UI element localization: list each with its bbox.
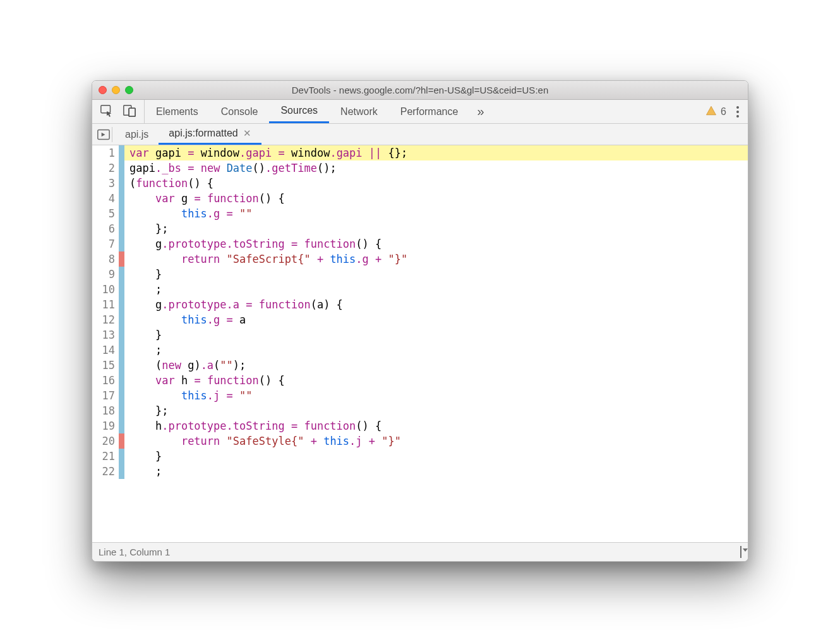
warnings-badge[interactable]: 6: [705, 105, 726, 119]
code-text[interactable]: return "SafeStyle{" + this.j + "}": [124, 433, 748, 449]
line-number[interactable]: 17: [92, 388, 119, 403]
line-number[interactable]: 6: [92, 221, 119, 236]
code-line: 9 }: [92, 267, 748, 282]
code-text[interactable]: }: [124, 327, 748, 342]
tabs-overflow-button[interactable]: »: [469, 100, 491, 123]
coverage-marker: [119, 191, 124, 206]
titlebar: DevTools - news.google.com/?hl=en-US&gl=…: [92, 81, 748, 100]
code-line: 20 return "SafeStyle{" + this.j + "}": [92, 433, 748, 449]
tab-performance[interactable]: Performance: [389, 100, 470, 123]
line-number[interactable]: 5: [92, 206, 119, 221]
code-text[interactable]: this.j = "": [124, 388, 748, 403]
code-line: 10 ;: [92, 282, 748, 297]
code-text[interactable]: gapi._bs = new Date().getTime();: [124, 160, 748, 176]
code-text[interactable]: };: [124, 221, 748, 236]
coverage-marker: [119, 342, 124, 358]
select-element-icon[interactable]: [100, 104, 114, 119]
code-text[interactable]: ;: [124, 464, 748, 479]
line-number[interactable]: 4: [92, 191, 119, 206]
line-number[interactable]: 13: [92, 327, 119, 342]
warning-count: 6: [721, 106, 726, 118]
line-number[interactable]: 22: [92, 464, 119, 479]
code-text[interactable]: ;: [124, 282, 748, 297]
minimize-window-button[interactable]: [112, 86, 120, 94]
coverage-marker: [119, 418, 124, 433]
coverage-marker: [119, 403, 124, 418]
code-text[interactable]: this.g = "": [124, 206, 748, 221]
close-icon[interactable]: ✕: [243, 128, 251, 139]
file-tab[interactable]: api.js:formatted✕: [159, 124, 261, 145]
code-line: 22 ;: [92, 464, 748, 479]
coverage-marker: [119, 221, 124, 236]
code-text[interactable]: }: [124, 449, 748, 464]
drawer-icon: [740, 546, 741, 558]
warning-icon: [705, 105, 717, 119]
line-number[interactable]: 16: [92, 373, 119, 388]
line-number[interactable]: 9: [92, 267, 119, 282]
code-text[interactable]: var g = function() {: [124, 191, 748, 206]
line-number[interactable]: 8: [92, 251, 119, 267]
code-line: 21 }: [92, 449, 748, 464]
code-text[interactable]: g.prototype.toString = function() {: [124, 236, 748, 251]
line-number[interactable]: 15: [92, 358, 119, 373]
code-line: 18 };: [92, 403, 748, 418]
coverage-marker: [119, 373, 124, 388]
code-line: 7 g.prototype.toString = function() {: [92, 236, 748, 251]
line-number[interactable]: 1: [92, 145, 119, 160]
code-text[interactable]: };: [124, 403, 748, 418]
coverage-marker: [119, 312, 124, 327]
devtools-window: DevTools - news.google.com/?hl=en-US&gl=…: [92, 80, 748, 562]
tab-sources[interactable]: Sources: [269, 100, 329, 123]
coverage-marker: [119, 388, 124, 403]
window-title: DevTools - news.google.com/?hl=en-US&gl=…: [92, 85, 748, 95]
coverage-marker: [119, 236, 124, 251]
line-number[interactable]: 11: [92, 297, 119, 312]
coverage-marker: [119, 206, 124, 221]
main-tabstrip: ElementsConsoleSourcesNetworkPerformance…: [92, 100, 748, 124]
line-number[interactable]: 3: [92, 176, 119, 191]
line-number[interactable]: 10: [92, 282, 119, 297]
tab-console[interactable]: Console: [210, 100, 270, 123]
close-window-button[interactable]: [99, 86, 107, 94]
code-text[interactable]: ;: [124, 342, 748, 358]
svg-rect-2: [129, 108, 135, 116]
line-number[interactable]: 20: [92, 433, 119, 449]
code-text[interactable]: this.g = a: [124, 312, 748, 327]
line-number[interactable]: 2: [92, 160, 119, 176]
code-line: 6 };: [92, 221, 748, 236]
code-text[interactable]: var h = function() {: [124, 373, 748, 388]
coverage-marker: [119, 160, 124, 176]
code-line: 3(function() {: [92, 176, 748, 191]
more-menu-button[interactable]: [734, 104, 741, 120]
zoom-window-button[interactable]: [125, 86, 133, 94]
code-text[interactable]: (new g).a("");: [124, 358, 748, 373]
show-navigator-button[interactable]: [95, 127, 112, 142]
line-number[interactable]: 7: [92, 236, 119, 251]
code-line: 13 }: [92, 327, 748, 342]
file-tab[interactable]: api.js: [115, 124, 159, 145]
code-text[interactable]: (function() {: [124, 176, 748, 191]
device-toolbar-icon[interactable]: [123, 104, 136, 119]
cursor-position: Line 1, Column 1: [99, 547, 170, 557]
tab-network[interactable]: Network: [329, 100, 389, 123]
file-tabstrip: api.jsapi.js:formatted✕: [92, 124, 748, 145]
line-number[interactable]: 14: [92, 342, 119, 358]
line-number[interactable]: 12: [92, 312, 119, 327]
line-number[interactable]: 21: [92, 449, 119, 464]
code-editor[interactable]: 1var gapi = window.gapi = window.gapi ||…: [92, 145, 748, 542]
coverage-marker: [119, 464, 124, 479]
code-line: 1var gapi = window.gapi = window.gapi ||…: [92, 145, 748, 160]
code-text[interactable]: g.prototype.a = function(a) {: [124, 297, 748, 312]
code-text[interactable]: h.prototype.toString = function() {: [124, 418, 748, 433]
coverage-marker: [119, 433, 124, 449]
code-text[interactable]: }: [124, 267, 748, 282]
code-text[interactable]: var gapi = window.gapi = window.gapi || …: [124, 145, 748, 160]
window-controls: [99, 86, 133, 94]
show-drawer-button[interactable]: [740, 547, 741, 557]
code-text[interactable]: return "SafeScript{" + this.g + "}": [124, 251, 748, 267]
tab-elements[interactable]: Elements: [145, 100, 210, 123]
line-number[interactable]: 18: [92, 403, 119, 418]
coverage-marker: [119, 297, 124, 312]
code-line: 5 this.g = "": [92, 206, 748, 221]
line-number[interactable]: 19: [92, 418, 119, 433]
